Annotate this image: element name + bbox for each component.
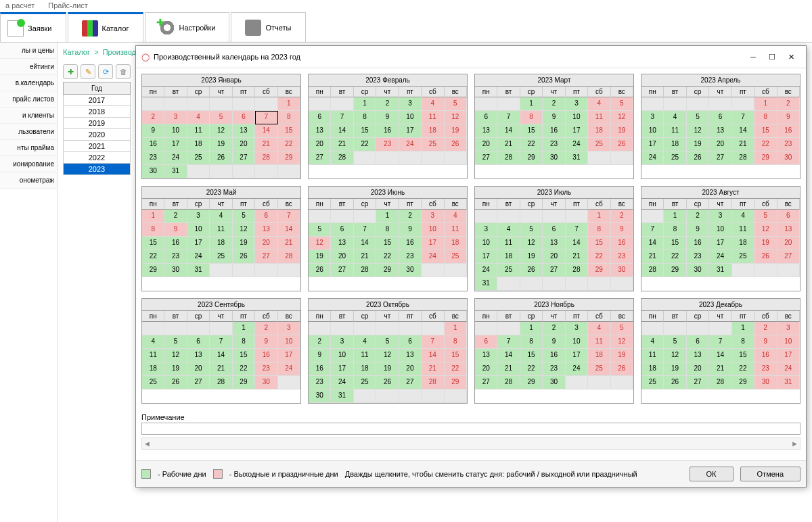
day-cell[interactable]: 5 [611,322,633,335]
tab-reports[interactable]: Отчеты [231,12,305,42]
day-cell[interactable]: 25 [588,362,610,376]
day-cell[interactable]: 3 [331,335,353,349]
day-cell[interactable]: 5 [611,97,633,111]
day-cell[interactable]: 4 [588,97,610,111]
day-cell[interactable]: 28 [210,376,232,389]
day-cell[interactable]: 23 [777,138,800,151]
day-cell[interactable]: 21 [497,362,520,376]
day-cell[interactable]: 17 [709,237,731,250]
day-cell[interactable]: 23 [255,362,277,376]
day-cell[interactable]: 30 [142,165,164,179]
day-cell[interactable]: 13 [777,223,800,237]
day-cell[interactable]: 10 [709,223,731,237]
day-cell[interactable]: 2 [164,210,187,223]
day-cell[interactable]: 26 [376,376,399,389]
day-cell[interactable]: 21 [278,237,300,250]
day-cell[interactable]: 28 [422,376,444,389]
day-cell[interactable]: 19 [611,124,633,138]
day-cell[interactable]: 27 [709,151,731,165]
sidebar-item[interactable]: онометраж [0,172,57,189]
day-cell[interactable]: 20 [687,362,709,376]
sidebar-item[interactable]: ионирование [0,156,57,172]
minimize-button[interactable]: ─ [744,50,763,64]
day-cell[interactable]: 13 [255,223,277,237]
day-cell[interactable]: 25 [641,376,664,389]
day-cell[interactable]: 14 [497,124,520,138]
day-cell[interactable]: 11 [354,349,376,362]
day-cell[interactable]: 19 [445,124,467,138]
day-cell[interactable]: 29 [376,264,399,277]
day-cell[interactable]: 29 [445,376,467,389]
day-cell[interactable]: 21 [331,138,353,151]
day-cell[interactable]: 24 [475,264,497,277]
tab-orders[interactable]: Заявки [0,12,66,42]
day-cell[interactable]: 22 [142,250,164,264]
day-cell[interactable]: 13 [475,349,497,362]
day-cell[interactable]: 20 [399,362,422,376]
day-cell[interactable]: 13 [331,237,353,250]
day-cell[interactable]: 21 [210,362,232,376]
add-button[interactable]: ✚ [63,64,78,79]
day-cell[interactable]: 16 [399,237,422,250]
day-cell[interactable]: 26 [687,151,709,165]
close-button[interactable]: ✕ [782,50,800,64]
year-item[interactable]: 2018 [63,106,131,118]
day-cell[interactable]: 15 [142,237,164,250]
year-item[interactable]: 2023 [63,164,131,175]
day-cell[interactable]: 30 [543,151,565,165]
day-cell[interactable]: 9 [142,124,164,138]
day-cell[interactable]: 18 [497,250,520,264]
day-cell[interactable]: 20 [255,237,277,250]
day-cell[interactable]: 14 [255,124,277,138]
day-cell[interactable]: 20 [331,250,353,264]
day-cell[interactable]: 10 [641,124,664,138]
day-cell[interactable]: 18 [664,138,686,151]
day-cell[interactable]: 15 [376,237,399,250]
day-cell[interactable]: 12 [687,124,709,138]
note-input[interactable] [141,423,800,435]
day-cell[interactable]: 7 [210,335,232,349]
day-cell[interactable]: 1 [376,210,399,223]
day-cell[interactable]: 3 [566,97,588,111]
day-cell[interactable]: 17 [641,138,664,151]
sidebar-item[interactable]: нты прайма [0,140,57,156]
day-cell[interactable]: 13 [233,124,255,138]
day-cell[interactable]: 4 [354,335,376,349]
day-cell[interactable]: 1 [233,322,255,335]
day-cell[interactable]: 31 [187,264,210,277]
day-cell[interactable]: 30 [543,376,565,389]
day-cell[interactable]: 27 [255,250,277,264]
day-cell[interactable]: 7 [331,111,353,124]
day-cell[interactable]: 20 [233,138,255,151]
day-cell[interactable]: 17 [777,349,800,362]
day-cell[interactable]: 2 [543,97,565,111]
day-cell[interactable]: 4 [497,223,520,237]
day-cell[interactable]: 4 [210,210,232,223]
day-cell[interactable]: 28 [641,264,664,277]
day-cell[interactable]: 14 [497,349,520,362]
day-cell[interactable]: 25 [664,151,686,165]
day-cell[interactable]: 29 [588,264,610,277]
day-cell[interactable]: 19 [754,237,777,250]
day-cell[interactable]: 23 [754,362,777,376]
day-cell[interactable]: 16 [543,349,565,362]
day-cell[interactable]: 7 [566,223,588,237]
day-cell[interactable]: 29 [233,376,255,389]
day-cell[interactable]: 28 [255,151,277,165]
day-cell[interactable]: 20 [187,362,210,376]
day-cell[interactable]: 11 [142,349,164,362]
day-cell[interactable]: 15 [354,124,376,138]
day-cell[interactable]: 9 [754,335,777,349]
day-cell[interactable]: 14 [278,223,300,237]
day-cell[interactable]: 18 [142,362,164,376]
day-cell[interactable]: 27 [777,250,800,264]
day-cell[interactable]: 17 [278,349,300,362]
day-cell[interactable]: 1 [732,322,754,335]
day-cell[interactable]: 4 [142,335,164,349]
day-cell[interactable]: 14 [331,124,353,138]
day-cell[interactable]: 8 [664,223,686,237]
day-cell[interactable]: 12 [309,237,331,250]
day-cell[interactable]: 16 [777,124,800,138]
day-cell[interactable]: 9 [543,335,565,349]
day-cell[interactable]: 13 [309,124,331,138]
